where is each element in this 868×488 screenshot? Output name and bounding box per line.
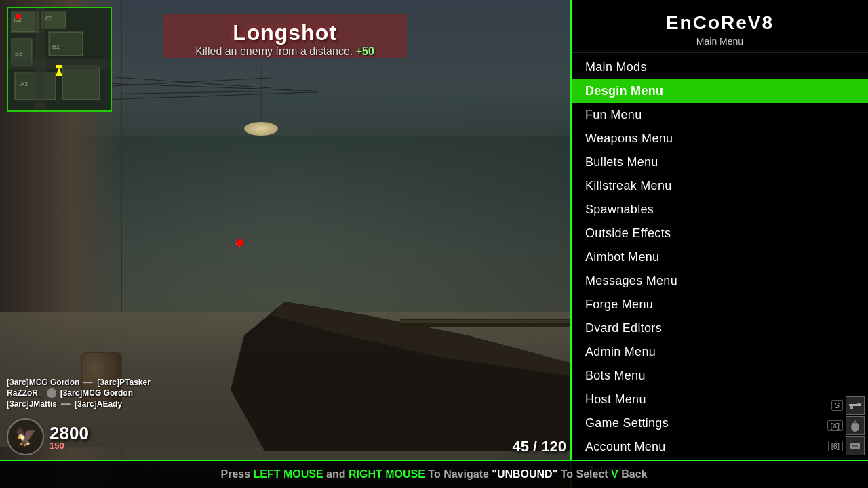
player-name-6: [3arc]AEady <box>75 399 122 409</box>
minimap-svg: C2 C1 B3 B2 A3 <box>8 8 112 112</box>
svg-rect-3 <box>400 320 570 323</box>
menu-item-15[interactable]: Game Settings <box>572 411 868 435</box>
hud-icon-row-6: [6] <box>828 436 865 455</box>
svg-rect-23 <box>850 406 853 409</box>
hud-icon-box-3 <box>846 436 865 455</box>
kill-description: Killed an enemy from a distance. +50 <box>195 45 374 58</box>
nav-middle: and <box>323 468 349 480</box>
hud-icon-box-1 <box>846 396 865 415</box>
hud-icons: S [X] [6] <box>827 396 865 455</box>
menu-item-13[interactable]: Bots Menu <box>572 364 868 388</box>
weapon-svg <box>231 281 570 451</box>
svg-text:B2: B2 <box>52 43 60 50</box>
bottom-navigation-bar: Press LEFT MOUSE and RIGHT MOUSE To Navi… <box>0 460 868 488</box>
kill-points: +50 <box>356 45 374 57</box>
player-row-2: RaZZoR_ [3arc]MCG Gordon <box>7 388 151 398</box>
nav-quote: "UNBOUND" <box>492 468 557 480</box>
svg-rect-22 <box>857 403 861 404</box>
svg-point-18 <box>16 14 21 19</box>
hud-key-6: [6] <box>828 441 843 451</box>
game-viewport: Longshot Killed an enemy from a distance… <box>0 0 570 488</box>
player-list: [3arc]MCG Gordon ━━ [3arc]PTasker RaZZoR… <box>7 378 151 410</box>
player-name-2: [3arc]PTasker <box>97 378 151 387</box>
menu-item-8[interactable]: Aimbot Menu <box>572 245 868 269</box>
nav-suffix3: Back <box>618 468 648 480</box>
menu-item-7[interactable]: Outside Effects <box>572 222 868 245</box>
minimap-inner: C2 C1 B3 B2 A3 <box>8 8 111 110</box>
menu-item-1[interactable]: Desgin Menu <box>572 79 868 103</box>
lamp <box>244 122 278 136</box>
kd-display: 45 / 120 <box>512 438 566 455</box>
hud-icon-box-2 <box>846 416 865 435</box>
kill-title: Longshot <box>195 20 374 45</box>
menu-item-12[interactable]: Admin Menu <box>572 340 868 364</box>
nav-suffix2: To Select <box>557 468 611 480</box>
nav-key3: V <box>611 468 618 480</box>
hud-icon-row-score: S <box>831 396 865 415</box>
score-block: 2800 150 <box>50 423 89 451</box>
crosshair-dot <box>237 239 243 246</box>
weapon-small-icon <box>848 399 863 411</box>
svg-text:B3: B3 <box>15 50 22 57</box>
menu-header: EnCoReV8 Main Menu <box>572 0 868 53</box>
menu-item-16[interactable]: Account Menu <box>572 435 868 459</box>
player-name-4: [3arc]MCG Gordon <box>60 388 133 398</box>
menu-item-9[interactable]: Messages Menu <box>572 269 868 293</box>
nav-suffix1: To Navigate <box>425 468 492 480</box>
menu-item-4[interactable]: Bullets Menu <box>572 150 868 174</box>
svg-rect-10 <box>62 66 100 100</box>
svg-rect-26 <box>854 420 856 422</box>
menu-panel: EnCoReV8 Main Menu Main ModsDesgin MenuF… <box>570 0 868 488</box>
nav-prefix: Press <box>221 468 254 480</box>
menu-item-0[interactable]: Main Mods <box>572 56 868 79</box>
svg-text:A3: A3 <box>20 81 28 87</box>
player-name-3: RaZZoR_ <box>7 388 43 398</box>
emblem: 🦅 <box>7 418 44 455</box>
kill-notification: Longshot Killed an enemy from a distance… <box>195 20 374 58</box>
menu-item-6[interactable]: Spawnables <box>572 198 868 222</box>
player-row-3: [3arc]JMattis ━━ [3arc]AEady <box>7 399 151 409</box>
player-row-1: [3arc]MCG Gordon ━━ [3arc]PTasker <box>7 378 151 387</box>
svg-rect-21 <box>849 404 861 406</box>
menu-item-2[interactable]: Fun Menu <box>572 103 868 127</box>
equipment-icon <box>848 440 863 452</box>
player-weapon-icon-1: ━━ <box>83 378 93 387</box>
menu-title: EnCoReV8 <box>578 12 861 34</box>
svg-rect-20 <box>56 65 62 68</box>
nav-key1: LEFT MOUSE <box>254 468 323 480</box>
hud-icon-row-x: [X] <box>827 416 865 435</box>
minimap: C2 C1 B3 B2 A3 <box>7 7 112 112</box>
kill-desc-text: Killed an enemy from a distance. <box>195 45 353 57</box>
emblem-icon: 🦅 <box>15 426 37 447</box>
grenade-icon <box>848 420 863 432</box>
menu-items-list: Main ModsDesgin MenuFun MenuWeapons Menu… <box>572 53 868 488</box>
menu-item-10[interactable]: Forge Menu <box>572 293 868 317</box>
weapon-area <box>231 281 570 451</box>
nav-key2: RIGHT MOUSE <box>349 468 425 480</box>
svg-rect-28 <box>852 445 858 447</box>
lamp-wire <box>261 68 262 122</box>
svg-point-24 <box>851 422 859 432</box>
hud-score-area: 🦅 2800 150 <box>7 418 89 455</box>
kd-value: 45 / 120 <box>512 438 566 455</box>
menu-item-11[interactable]: Dvard Editors <box>572 317 868 340</box>
player-avatar-icon <box>47 388 56 398</box>
player-name-1: [3arc]MCG Gordon <box>7 378 79 387</box>
menu-item-3[interactable]: Weapons Menu <box>572 127 868 150</box>
hud-key-x: [X] <box>827 420 843 431</box>
player-weapon-icon-2: ━━ <box>61 400 71 409</box>
menu-subtitle: Main Menu <box>578 36 861 47</box>
menu-item-5[interactable]: Killstreak Menu <box>572 174 868 198</box>
menu-item-14[interactable]: Host Menu <box>572 388 868 411</box>
hud-score-label: S <box>831 400 843 411</box>
player-name-5: [3arc]JMattis <box>7 399 57 409</box>
svg-text:C1: C1 <box>45 15 54 22</box>
bottom-nav-text: Press LEFT MOUSE and RIGHT MOUSE To Navi… <box>221 468 648 481</box>
